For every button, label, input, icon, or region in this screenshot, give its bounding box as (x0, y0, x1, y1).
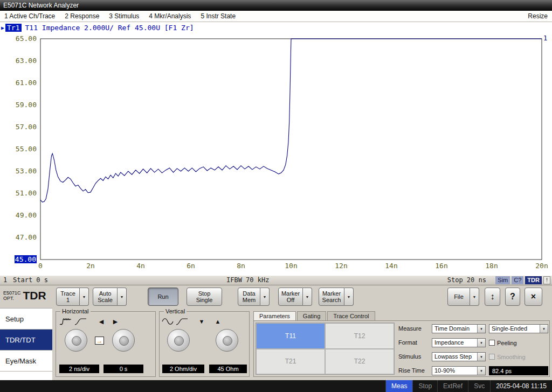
trace-description: T11 Impedance 2.000U/ Ref 45.00U [F1 Zr] (25, 24, 194, 32)
rise-time-value-display[interactable]: 82.4 ps (489, 366, 548, 375)
trace-button[interactable]: Trace 1 (56, 288, 80, 306)
rise-time-dropdown[interactable]: 10-90% ▼ (432, 366, 486, 375)
trace-polyline (40, 39, 542, 202)
step-wave-icon (176, 317, 189, 326)
parameter-t12-button[interactable]: T12 (325, 323, 394, 349)
close-button[interactable]: × (525, 288, 542, 306)
data-mem-button[interactable]: Data Mem (238, 288, 260, 306)
stimulus-dropdown[interactable]: Lowpass Step ▼ (432, 352, 486, 361)
horizontal-scale-knob[interactable] (65, 329, 87, 352)
sidebar-tdr-tdt-label: TDR/TDT (5, 336, 36, 344)
down-arrow-icon: ▼ (199, 318, 205, 325)
stop-single-line1: Stop (196, 290, 213, 297)
scale-up-button[interactable]: ▲ (211, 316, 224, 327)
y-reference-value: 45.00 (15, 255, 37, 263)
app-logo: E5071C OPT. TDR (3, 289, 46, 302)
marker-to-arrow-icon: → (96, 338, 103, 344)
extref-status: ExtRef (437, 380, 468, 392)
dropdown-arrow-icon: ▼ (477, 325, 485, 333)
smooth-wave-icon (162, 317, 175, 326)
horizontal-scale-value[interactable]: 2 ns/div (59, 365, 99, 373)
smooth-step-button[interactable] (74, 316, 87, 327)
sidebar-item-setup[interactable]: Setup (0, 309, 52, 330)
y-tick-label: 63.00 (3, 57, 37, 65)
smoothing-checkbox-label: Smoothing (497, 354, 526, 360)
menu-mkr-analysis[interactable]: 4 Mkr/Analysis (149, 12, 191, 20)
alert-badge[interactable]: ! (543, 276, 550, 284)
vertical-scale-value[interactable]: 2 Ohm/div (162, 365, 204, 373)
menu-resize[interactable]: Resize (528, 12, 548, 20)
menu-response[interactable]: 2 Response (65, 12, 99, 20)
minimize-restore-button[interactable]: ↕ (485, 288, 500, 306)
file-dropdown-button[interactable]: ▼ (470, 288, 479, 306)
trace-dropdown-button[interactable]: ▼ (80, 288, 89, 306)
scroll-right-button[interactable]: ▶ (109, 316, 122, 327)
sidebar-item-eye-mask[interactable]: Eye/Mask (0, 351, 52, 372)
horizontal-position-value[interactable]: 0 s (104, 365, 143, 373)
vertical-reference-value[interactable]: 45 Ohm (209, 365, 247, 373)
x-tick-label: 6n (187, 262, 195, 270)
scroll-left-button[interactable]: ◀ (95, 316, 108, 327)
sweep-stop-label: Stop 20 ns (447, 276, 486, 284)
tab-parameters[interactable]: Parameters (253, 311, 296, 320)
format-dropdown[interactable]: Impedance ▼ (432, 338, 486, 347)
rise-time-label: Rise Time (398, 366, 425, 375)
stop-single-line2: Single (196, 297, 213, 303)
smooth-step-icon (74, 317, 87, 326)
menu-instr-state[interactable]: 5 Instr State (201, 12, 236, 20)
horizontal-position-knob[interactable] (112, 329, 135, 352)
step-wave-button[interactable] (176, 316, 189, 327)
tdr-toolbar: E5071C OPT. TDR Trace 1 ▼ Auto Scale (0, 285, 552, 308)
instrument-status-bar: Meas Stop ExtRef Svc 2025-04-08 11:15 (0, 380, 552, 392)
logo-model-text: E5071C OPT. (3, 290, 21, 301)
correction-badge: C? (512, 276, 523, 284)
tab-trace-control[interactable]: Trace Control (327, 311, 375, 320)
dropdown-arrow-icon: ▼ (82, 295, 86, 299)
stop-single-button[interactable]: Stop Single (187, 288, 222, 306)
sidebar-eye-mask-label: Eye/Mask (5, 357, 36, 365)
y-tick-label: 47.00 (3, 233, 37, 242)
auto-scale-dropdown-button[interactable]: ▼ (118, 288, 127, 306)
svc-status: Svc (468, 380, 490, 392)
logo-app-name: TDR (23, 289, 46, 302)
vertical-reference-knob[interactable] (216, 329, 238, 352)
tab-gating[interactable]: Gating (297, 311, 326, 320)
x-tick-label: 4n (136, 262, 145, 270)
auto-scale-button[interactable]: Auto Scale (93, 288, 118, 306)
parameter-matrix: T11 T12 T21 T22 (256, 323, 395, 375)
x-tick-label: 20n (535, 262, 548, 270)
clock: 2025-04-08 11:15 (490, 380, 552, 392)
marker-off-button[interactable]: Marker Off (278, 288, 303, 306)
left-arrow-icon: ◀ (99, 318, 104, 325)
smooth-wave-button[interactable] (162, 316, 175, 327)
parameter-t11-button[interactable]: T11 (256, 323, 325, 349)
peeling-checkbox[interactable]: Peeling (489, 338, 517, 347)
menu-stimulus[interactable]: 3 Stimulus (109, 12, 139, 20)
trace-badge[interactable]: Tr1 (5, 24, 21, 32)
ifbw-label: IFBW 70 kHz (226, 276, 269, 284)
vertical-scale-knob[interactable] (167, 329, 190, 352)
parameter-t22-button[interactable]: T22 (325, 349, 394, 375)
scale-down-button[interactable]: ▼ (195, 316, 208, 327)
vertical-group-title: Vertical (164, 308, 187, 314)
sidebar-setup-label: Setup (5, 315, 24, 323)
sidebar-item-tdr-tdt[interactable]: TDR/TDT (0, 330, 52, 351)
marker-search-button[interactable]: Marker Search (319, 288, 344, 306)
logo-model: E5071C (3, 290, 21, 296)
run-button-label: Run (157, 293, 168, 300)
marker-search-button-group: Marker Search ▼ (319, 288, 354, 306)
data-mem-dropdown-button[interactable]: ▼ (260, 288, 270, 306)
menu-active-ch-trace[interactable]: 1 Active Ch/Trace (4, 12, 55, 20)
measure-dropdown[interactable]: Time Domain ▼ (432, 324, 486, 333)
y-tick-label: 53.00 (3, 167, 37, 176)
marker-off-dropdown-button[interactable]: ▼ (303, 288, 312, 306)
noisy-step-button[interactable] (59, 316, 72, 327)
parameter-t21-button[interactable]: T21 (256, 349, 325, 375)
marker-to-position-button[interactable]: → (95, 337, 104, 345)
help-button[interactable]: ? (505, 288, 520, 306)
up-arrow-icon: ▲ (215, 318, 221, 325)
topology-dropdown[interactable]: Single-Ended ▼ (489, 324, 548, 333)
file-button[interactable]: File (447, 288, 470, 306)
run-button[interactable]: Run (148, 288, 178, 306)
marker-search-dropdown-button[interactable]: ▼ (344, 288, 354, 306)
